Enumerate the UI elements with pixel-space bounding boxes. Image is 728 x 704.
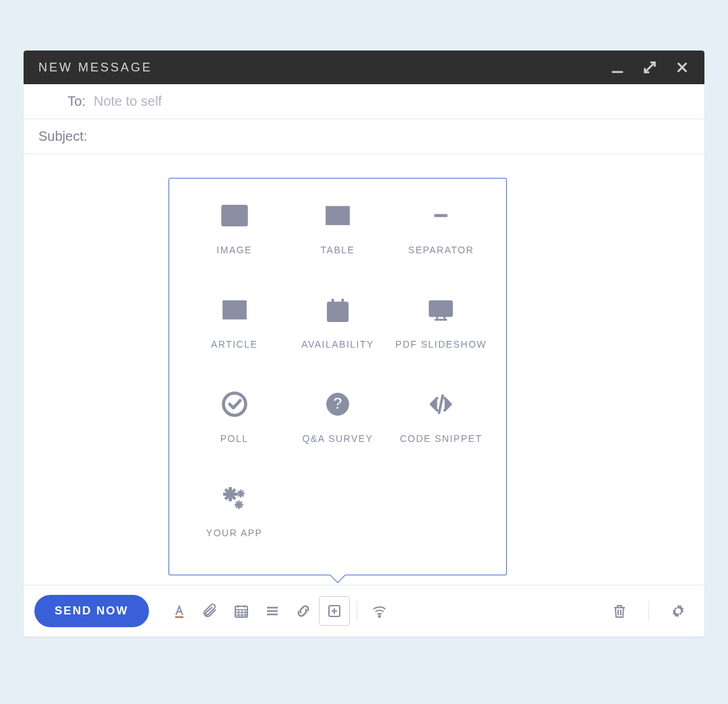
insert-pdf-slideshow-label: PDF SLIDESHOW — [396, 339, 487, 350]
svg-rect-15 — [223, 493, 227, 496]
svg-rect-17 — [231, 488, 235, 492]
trash-button[interactable] — [604, 596, 635, 626]
availability-icon — [323, 293, 353, 327]
wifi-button[interactable] — [364, 596, 395, 626]
minimize-button[interactable] — [610, 60, 625, 75]
svg-rect-35 — [239, 501, 242, 504]
insert-article-label: ARTICLE — [211, 339, 257, 350]
window-controls — [610, 60, 690, 75]
svg-rect-8 — [430, 301, 452, 316]
insert-pdf-slideshow[interactable]: PDF SLIDESHOW — [390, 293, 493, 387]
link-button[interactable] — [288, 596, 319, 626]
svg-rect-31 — [238, 501, 239, 503]
svg-rect-20 — [231, 496, 235, 500]
insert-qa-survey[interactable]: ? Q&A SURVEY — [286, 387, 389, 482]
svg-point-9 — [223, 393, 245, 416]
insert-availability[interactable]: AVAILABILITY — [286, 293, 389, 387]
insert-code-snippet[interactable]: CODE SNIPPET — [390, 387, 493, 482]
insert-your-app[interactable]: YOUR APP — [183, 482, 286, 576]
insert-separator[interactable]: SEPARATOR — [390, 199, 493, 293]
compose-footer: SEND NOW — [24, 585, 704, 637]
titlebar: NEW MESSAGE — [24, 51, 704, 84]
svg-rect-38 — [239, 505, 242, 508]
image-icon — [220, 199, 249, 232]
window-title: NEW MESSAGE — [38, 61, 152, 75]
text-format-button[interactable] — [164, 596, 195, 626]
svg-rect-22 — [240, 490, 241, 492]
send-button[interactable]: SEND NOW — [34, 595, 149, 627]
insert-your-app-label: YOUR APP — [206, 527, 263, 538]
insert-availability-label: AVAILABILITY — [301, 339, 374, 350]
svg-rect-34 — [241, 504, 243, 505]
insert-table-label: TABLE — [321, 245, 355, 255]
poll-icon — [220, 387, 249, 421]
svg-point-2 — [228, 212, 232, 216]
pdf-slideshow-icon — [426, 293, 456, 327]
insert-image-label: IMAGE — [216, 245, 252, 255]
article-icon — [220, 293, 249, 327]
insert-table[interactable]: TABLE — [286, 199, 389, 293]
svg-text:?: ? — [333, 394, 343, 412]
insert-qa-survey-label: Q&A SURVEY — [302, 433, 373, 444]
svg-point-41 — [378, 616, 380, 617]
message-body[interactable]: IMAGE TABLE SEPARATOR ARTICLE — [24, 154, 704, 585]
close-button[interactable] — [675, 60, 690, 75]
to-row: To: Note to self — [24, 84, 704, 119]
svg-rect-18 — [224, 496, 229, 500]
insert-button[interactable] — [319, 596, 350, 626]
footer-separator — [648, 601, 649, 621]
svg-rect-25 — [242, 493, 244, 494]
insert-image[interactable]: IMAGE — [183, 199, 286, 293]
subject-row: Subject: — [24, 119, 704, 154]
svg-rect-23 — [240, 495, 241, 497]
svg-rect-32 — [238, 507, 239, 509]
to-input[interactable]: Note to self — [94, 94, 162, 109]
subject-label: Subject: — [38, 129, 87, 144]
settings-button[interactable] — [663, 596, 694, 626]
your-app-icon — [220, 482, 249, 515]
insert-code-snippet-label: CODE SNIPPET — [400, 433, 482, 444]
insert-article[interactable]: ARTICLE — [183, 293, 286, 387]
svg-rect-4 — [435, 214, 447, 217]
compose-window: NEW MESSAGE To: Note to self Subject: — [24, 51, 704, 637]
svg-rect-3 — [326, 207, 348, 224]
table-icon — [323, 199, 353, 232]
svg-rect-13 — [229, 488, 231, 492]
svg-rect-14 — [229, 497, 231, 501]
qa-survey-icon: ? — [323, 387, 353, 421]
attachment-button[interactable] — [195, 596, 226, 626]
svg-rect-37 — [235, 501, 238, 504]
svg-rect-16 — [233, 493, 237, 496]
toolbar-separator — [357, 601, 357, 621]
expand-button[interactable] — [642, 60, 657, 75]
insert-poll-label: POLL — [220, 433, 249, 444]
svg-rect-0 — [612, 71, 624, 73]
calendar-button[interactable] — [226, 596, 257, 626]
separator-icon — [426, 199, 456, 232]
list-button[interactable] — [257, 596, 288, 626]
insert-poll[interactable]: POLL — [183, 387, 286, 482]
svg-point-42 — [676, 609, 680, 613]
code-snippet-icon — [426, 387, 456, 421]
insert-popover: IMAGE TABLE SEPARATOR ARTICLE — [169, 178, 507, 575]
svg-rect-24 — [237, 493, 239, 494]
svg-rect-6 — [226, 304, 235, 311]
svg-rect-36 — [235, 505, 238, 508]
formatting-toolbar — [164, 596, 395, 626]
svg-rect-33 — [235, 504, 237, 505]
insert-separator-label: SEPARATOR — [408, 245, 475, 255]
to-label: To: — [38, 94, 86, 109]
